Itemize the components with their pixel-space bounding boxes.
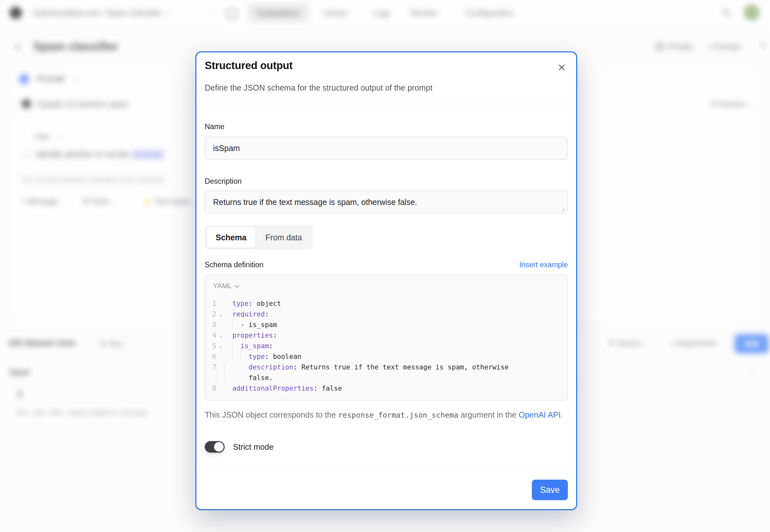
line-number: 1 bbox=[205, 298, 216, 309]
indent-guide bbox=[232, 341, 233, 351]
indent-guide bbox=[232, 320, 233, 330]
description-label: Description bbox=[205, 177, 242, 186]
tab-from-data[interactable]: From data bbox=[256, 227, 311, 248]
code-text: properties: bbox=[225, 330, 562, 341]
code-line[interactable]: 2⌄required: bbox=[205, 309, 562, 320]
header-divider bbox=[196, 104, 576, 104]
code-text: type: object bbox=[225, 298, 562, 309]
save-button[interactable]: Save bbox=[532, 480, 568, 500]
indent-guide bbox=[216, 362, 216, 383]
close-button[interactable] bbox=[556, 62, 567, 73]
line-number: 3 bbox=[205, 320, 216, 330]
description-input-value: Returns true if the text message is spam… bbox=[213, 198, 417, 207]
tab-schema[interactable]: Schema bbox=[206, 227, 256, 248]
description-textarea[interactable]: Returns true if the text message is spam… bbox=[205, 191, 568, 214]
line-number: 2 bbox=[205, 309, 216, 320]
toggle-knob bbox=[214, 442, 224, 452]
fold-chevron-icon[interactable]: ⌄ bbox=[216, 330, 225, 341]
code-line[interactable]: 3 - is_spam bbox=[205, 320, 562, 330]
resize-handle-icon[interactable] bbox=[561, 207, 565, 211]
language-chevron-icon bbox=[235, 283, 239, 288]
line-number: 5 bbox=[205, 341, 216, 351]
code-line[interactable]: 5⌄ is_spam: bbox=[205, 341, 562, 351]
openai-api-link[interactable]: OpenAI API bbox=[519, 410, 561, 419]
close-icon bbox=[557, 63, 566, 72]
dialog-title: Structured output bbox=[205, 59, 293, 72]
code-lines: 1type: object2⌄required:3 - is_spam4⌄pro… bbox=[205, 298, 562, 394]
language-selector[interactable]: YAML bbox=[213, 282, 238, 290]
fold-chevron-icon[interactable]: ⌄ bbox=[216, 309, 225, 320]
structured-output-dialog: Structured output Define the JSON schema… bbox=[195, 51, 577, 510]
insert-example-link[interactable]: Insert example bbox=[519, 261, 568, 269]
code-text: description: Returns true if the text me… bbox=[225, 362, 521, 383]
code-line[interactable]: 7 description: Returns true if the text … bbox=[205, 362, 562, 383]
schema-definition-label: Schema definition bbox=[205, 261, 263, 269]
strict-mode-toggle[interactable] bbox=[205, 441, 225, 453]
footer-divider bbox=[196, 468, 576, 469]
strict-mode-row: Strict mode bbox=[205, 441, 273, 453]
line-number: 7 bbox=[205, 362, 216, 373]
code-line[interactable]: 6 type: boolean bbox=[205, 351, 562, 362]
code-line[interactable]: 4⌄properties: bbox=[205, 330, 562, 341]
line-number: 4 bbox=[205, 330, 216, 341]
schema-note: This JSON object corresponds to the resp… bbox=[205, 408, 568, 421]
schema-source-tabs: Schema From data bbox=[205, 225, 313, 250]
code-text: type: boolean bbox=[225, 351, 562, 362]
indent-guide bbox=[232, 351, 233, 362]
schema-code-editor[interactable]: YAML 1type: object2⌄required:3 - is_spam… bbox=[205, 275, 568, 401]
fold-chevron-icon[interactable]: ⌄ bbox=[216, 341, 225, 351]
indent-guide bbox=[240, 351, 241, 362]
line-number: 8 bbox=[205, 383, 216, 394]
name-label: Name bbox=[205, 122, 224, 131]
dialog-subtitle: Define the JSON schema for the structure… bbox=[205, 83, 433, 93]
language-value: YAML bbox=[213, 282, 232, 290]
indent-guide bbox=[224, 362, 225, 383]
code-text: additionalProperties: false bbox=[225, 383, 562, 394]
code-text: required: bbox=[225, 309, 562, 320]
code-line[interactable]: 8additionalProperties: false bbox=[205, 383, 562, 394]
line-number: 6 bbox=[205, 351, 216, 362]
code-text: - is_spam bbox=[225, 320, 562, 330]
screen: braintrustdata.com / Spam classifier Eva… bbox=[0, 0, 770, 532]
code-line[interactable]: 1type: object bbox=[205, 298, 562, 309]
response-format-code: response_format.json_schema bbox=[338, 411, 458, 419]
code-text: is_spam: bbox=[225, 341, 562, 351]
strict-mode-label: Strict mode bbox=[233, 442, 273, 452]
name-input[interactable]: isSpam bbox=[205, 137, 568, 160]
name-input-value: isSpam bbox=[213, 144, 240, 153]
